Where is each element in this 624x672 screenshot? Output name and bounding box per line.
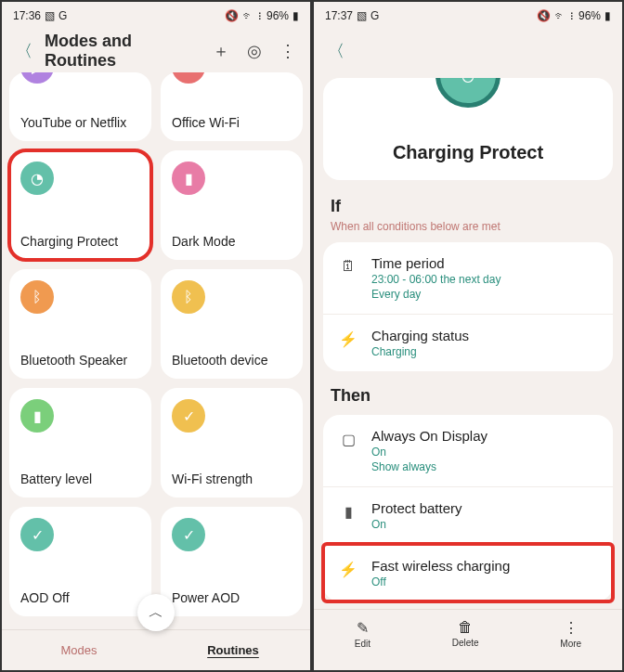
back-button[interactable]: 〈	[11, 38, 37, 64]
if-title: If	[331, 197, 605, 216]
routine-title: Charging Protect	[393, 142, 543, 163]
then-title: Then	[331, 386, 605, 406]
routine-tile[interactable]: ▶YouTube or Netflix	[9, 72, 151, 141]
pencil-icon: ✎	[357, 619, 369, 637]
trash-icon: 🗑	[458, 619, 473, 636]
more-icon: ⋮	[564, 619, 578, 637]
chevron-up-icon: ︿	[149, 603, 163, 623]
mute-icon: 🔇	[537, 9, 551, 22]
list-item-line2: Show always	[371, 460, 598, 473]
routine-tile-label: Wi-Fi strength	[172, 472, 292, 486]
routine-tile[interactable]: ✓AOD Off	[9, 507, 151, 616]
if-conditions-list: 🗓Time period23:00 - 06:00 the next dayEv…	[323, 242, 613, 371]
routine-tile-label: Charging Protect	[20, 234, 140, 249]
tab-routines[interactable]: Routines	[156, 643, 310, 657]
routine-tile-label: YouTube or Netflix	[20, 115, 140, 130]
if-section-header: If When all conditions below are met	[314, 189, 622, 235]
check-icon: ✓	[20, 518, 54, 551]
routine-tile[interactable]: ᯤOffice Wi-Fi	[161, 72, 303, 141]
wifi-icon: ᯤ	[242, 9, 254, 22]
check-icon: ✓	[172, 399, 205, 433]
compass-icon: ◎	[247, 41, 262, 61]
screen-icon: ▢	[338, 429, 358, 449]
back-button[interactable]: 〈	[323, 38, 349, 64]
more-button[interactable]: ⋮ More	[560, 619, 581, 649]
list-item-title: Protect battery	[371, 500, 598, 516]
routine-tile[interactable]: ᛒBluetooth device	[161, 269, 303, 379]
play-icon: ▶	[20, 72, 54, 84]
list-item[interactable]: ⚡Charging statusCharging	[323, 314, 613, 371]
list-item-line1: On	[371, 518, 598, 531]
header: 〈 Modes and Routines ＋ ◎ ⋮	[2, 30, 310, 72]
battery-icon: ▮	[604, 9, 611, 22]
wifi-icon: ᯤ	[554, 9, 566, 22]
routine-tile[interactable]: ✓Wi-Fi strength	[161, 388, 303, 498]
screen-routines-list: 17:36 ▧ G 🔇 ᯤ ⫶ 96% ▮ 〈 Modes and Routin…	[0, 0, 312, 672]
routine-tile-label: Battery level	[20, 472, 140, 486]
list-item[interactable]: ⚡Fast wireless chargingOff	[323, 544, 613, 601]
routine-tile[interactable]: ✓Power AOD	[161, 507, 303, 616]
bt-icon: ᛒ	[20, 280, 54, 314]
status-bar: 17:36 ▧ G 🔇 ᯤ ⫶ 96% ▮	[2, 2, 310, 30]
battery-icon: ▮	[172, 162, 205, 195]
if-subtitle: When all conditions below are met	[331, 220, 605, 233]
routines-grid: ▶YouTube or NetflixᯤOffice Wi-Fi◔Chargin…	[2, 72, 310, 629]
routine-tile-label: Power AOD	[172, 590, 292, 605]
list-item-body: Always On DisplayOnShow always	[371, 428, 598, 473]
list-item-body: Charging statusCharging	[371, 328, 598, 358]
list-item-title: Charging status	[371, 328, 598, 343]
status-battery: 96%	[266, 9, 289, 22]
list-item-title: Fast wireless charging	[371, 558, 598, 574]
list-item-title: Always On Display	[371, 428, 598, 444]
list-item[interactable]: ▢Always On DisplayOnShow always	[323, 415, 613, 486]
gallery-icon: ▧	[45, 9, 55, 22]
gallery-icon: ▧	[357, 9, 367, 22]
status-time: 17:37	[325, 9, 353, 22]
bottom-nav: Modes Routines	[2, 629, 310, 670]
list-item-line1: Off	[371, 575, 598, 588]
routine-tile[interactable]: ◔Charging Protect	[9, 150, 151, 260]
delete-button[interactable]: 🗑 Delete	[452, 619, 479, 648]
list-item[interactable]: 🗓Time period23:00 - 06:00 the next dayEv…	[323, 242, 613, 314]
discover-button[interactable]: ◎	[241, 38, 267, 64]
then-section-header: Then	[314, 379, 622, 407]
bolt-icon: ⚡	[338, 559, 358, 579]
list-item-body: Fast wireless chargingOff	[371, 558, 598, 588]
chevron-left-icon: 〈	[328, 40, 344, 62]
routine-tile-label: Dark Mode	[172, 234, 292, 249]
edit-button[interactable]: ✎ Edit	[355, 619, 370, 649]
signal-icon: ⫶	[257, 9, 263, 22]
routine-tile[interactable]: ▮Battery level	[9, 388, 151, 498]
add-button[interactable]: ＋	[208, 38, 234, 64]
chevron-left-icon: 〈	[16, 40, 32, 62]
tab-modes[interactable]: Modes	[2, 643, 156, 657]
more-label: More	[560, 639, 581, 649]
more-icon: ⋮	[280, 41, 296, 61]
status-time: 17:36	[13, 9, 41, 22]
routine-tile-label: AOD Off	[20, 590, 140, 605]
routine-tile[interactable]: ▮Dark Mode	[161, 150, 303, 260]
google-icon: G	[370, 9, 379, 22]
list-item-body: Protect batteryOn	[371, 500, 598, 531]
routine-tile-label: Office Wi-Fi	[172, 115, 292, 130]
list-item-line2: Every day	[371, 288, 598, 301]
check-icon: ✓	[172, 518, 205, 551]
battery-icon: ▮	[20, 399, 54, 433]
routine-hero-icon: ◔	[436, 78, 500, 108]
more-button[interactable]: ⋮	[275, 38, 301, 64]
status-bar: 17:37 ▧ G 🔇 ᯤ ⫶ 96% ▮	[314, 2, 622, 30]
battery-icon: ▮	[338, 501, 358, 522]
routine-tile-label: Bluetooth device	[172, 353, 292, 368]
list-item[interactable]: ▮Protect batteryOn	[323, 486, 613, 544]
scroll-up-fab[interactable]: ︿	[137, 594, 175, 631]
calendar-icon: 🗓	[338, 256, 358, 277]
header: 〈	[314, 30, 622, 72]
mute-icon: 🔇	[225, 9, 239, 22]
google-icon: G	[58, 9, 67, 22]
status-battery: 96%	[578, 9, 601, 22]
routine-hero: ◔ Charging Protect	[323, 78, 613, 180]
routine-tile[interactable]: ᛒBluetooth Speaker	[9, 269, 151, 379]
delete-label: Delete	[452, 638, 479, 648]
list-item-line1: 23:00 - 06:00 the next day	[371, 273, 598, 286]
battery-icon: ▮	[292, 9, 299, 22]
